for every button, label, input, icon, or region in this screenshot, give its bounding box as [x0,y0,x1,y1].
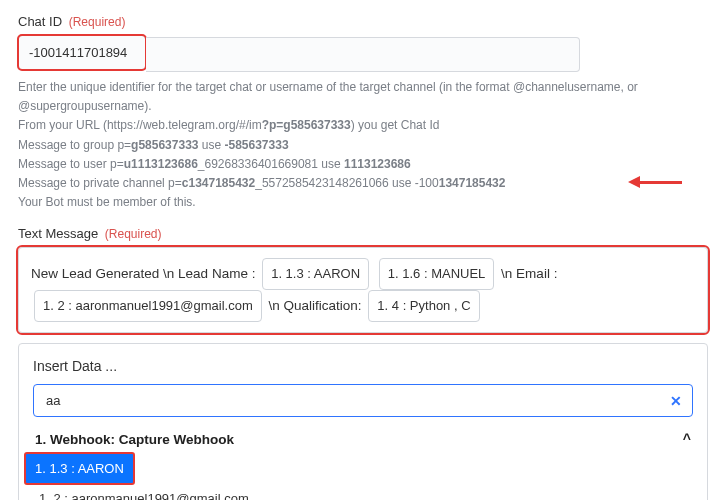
webhook-section-header[interactable]: 1. Webhook: Capture Webhook ^ [33,427,693,453]
insert-search-wrap[interactable]: ✕ [33,384,693,417]
insert-search-input[interactable] [44,392,660,409]
help-line-1: Enter the unique identifier for the targ… [18,78,708,116]
msg-text-3: \n Qualification: [269,298,366,313]
chat-id-input[interactable] [18,35,146,70]
help-line-6: Your Bot must be member of this. [18,193,708,212]
chip-lead-name-1[interactable]: 1. 1.3 : AARON [262,258,369,290]
help-line-4: Message to user p=u1113123686_6926833640… [18,155,708,174]
chat-id-help: Enter the unique identifier for the targ… [18,78,708,212]
chip-email[interactable]: 1. 2 : aaronmanuel1991@gmail.com [34,290,262,322]
msg-text-1: New Lead Generated \n Lead Name : [31,266,259,281]
msg-text-2: \n Email : [501,266,557,281]
text-message-required: (Required) [105,227,162,241]
chip-lead-name-2[interactable]: 1. 1.6 : MANUEL [379,258,495,290]
chevron-up-icon: ^ [683,431,691,447]
text-message-input[interactable]: New Lead Generated \n Lead Name : 1. 1.3… [18,247,708,333]
help-line-3: Message to group p=g585637333 use -58563… [18,136,708,155]
insert-item-2[interactable]: 1. 2 : aaronmanuel1991@gmail.com [19,484,707,500]
arrow-icon [628,176,682,188]
chat-id-input-rest[interactable] [146,37,580,72]
insert-data-panel: Insert Data ... ✕ 1. Webhook: Capture We… [18,343,708,500]
insert-data-title: Insert Data ... [33,358,693,374]
help-line-5: Message to private channel p=c1347185432… [18,174,708,193]
insert-item-selected[interactable]: 1. 1.3 : AARON [25,453,134,484]
chat-id-label: Chat ID (Required) [18,14,708,29]
text-message-label: Text Message (Required) [18,226,708,241]
help-line-2: From your URL (https://web.telegram.org/… [18,116,708,135]
webhook-title: 1. Webhook: Capture Webhook [35,432,234,447]
chip-qualification[interactable]: 1. 4 : Python , C [368,290,479,322]
chat-id-required: (Required) [69,15,126,29]
clear-search-icon[interactable]: ✕ [670,393,682,409]
chat-id-label-text: Chat ID [18,14,62,29]
text-message-label-text: Text Message [18,226,98,241]
